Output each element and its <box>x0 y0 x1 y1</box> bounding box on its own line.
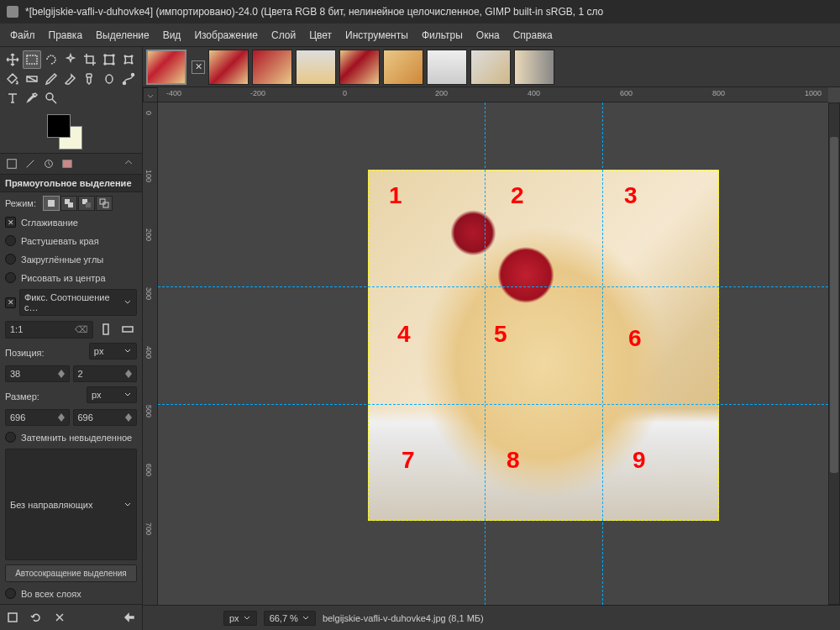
feather-check[interactable] <box>5 235 16 246</box>
menu-layer[interactable]: Слой <box>265 26 302 45</box>
text-tool[interactable] <box>3 89 22 108</box>
tab-history[interactable] <box>40 155 57 172</box>
ruler-vertical[interactable]: 0 100 200 300 400 500 600 700 <box>143 102 158 605</box>
image-tab[interactable] <box>514 50 554 85</box>
smudge-tool[interactable] <box>100 70 118 88</box>
guides-select[interactable]: Без направляющих <box>5 449 137 560</box>
mode-intersect[interactable] <box>96 196 113 211</box>
menu-help[interactable]: Справка <box>507 26 559 45</box>
transform-tool[interactable] <box>100 50 118 69</box>
portrait-icon[interactable] <box>97 320 115 339</box>
scrollbar-thumb[interactable] <box>830 137 838 473</box>
image-tab[interactable] <box>208 50 249 85</box>
mode-add[interactable] <box>60 196 77 211</box>
antialias-label: Сглаживание <box>21 218 78 228</box>
svg-rect-18 <box>86 202 91 207</box>
eraser-tool[interactable] <box>61 70 80 88</box>
size-h-input[interactable]: 696 <box>73 409 138 426</box>
status-zoom[interactable]: 66,7 % <box>264 611 316 626</box>
reset-icon[interactable] <box>120 608 139 627</box>
scrollbar-vertical[interactable] <box>828 102 840 605</box>
tool-options-title: Прямоугольное выделение <box>0 175 142 192</box>
autoshrink-button[interactable]: Автосокращение выделения <box>5 564 137 582</box>
pos-unit[interactable]: px <box>89 343 137 360</box>
svg-rect-1 <box>105 55 113 64</box>
svg-rect-22 <box>123 327 133 332</box>
ruler-horizontal[interactable]: -400 -200 0 200 400 600 800 1000 <box>158 87 828 102</box>
clone-tool[interactable] <box>81 70 99 88</box>
menu-filters[interactable]: Фильтры <box>415 26 470 45</box>
delete-preset-icon[interactable] <box>50 608 69 627</box>
all-layers-check[interactable] <box>5 588 16 599</box>
darken-check[interactable] <box>5 432 16 443</box>
image-tab[interactable] <box>383 50 423 85</box>
svg-point-8 <box>123 82 126 85</box>
menu-windows[interactable]: Окна <box>470 26 507 45</box>
save-preset-icon[interactable] <box>3 608 22 627</box>
svg-rect-23 <box>8 613 17 622</box>
mode-subtract[interactable] <box>78 196 95 211</box>
center-check[interactable] <box>5 272 16 283</box>
eyedropper-tool[interactable] <box>23 89 41 108</box>
options-footer <box>0 604 142 630</box>
pencil-tool[interactable] <box>42 70 60 88</box>
rect-select-tool[interactable] <box>23 50 41 69</box>
canvas-image[interactable] <box>368 170 719 521</box>
canvas-viewport[interactable]: 1 2 3 4 5 6 7 8 9 <box>158 102 828 605</box>
svg-point-10 <box>46 93 53 100</box>
bucket-tool[interactable] <box>3 70 22 88</box>
all-layers-label: Во всех слоях <box>21 589 81 599</box>
color-swatches[interactable] <box>0 111 142 153</box>
menu-file[interactable]: Файл <box>3 26 42 45</box>
canvas-area: ✕ -400 -200 0 200 400 600 800 1000 0 100… <box>143 47 840 630</box>
pos-y-input[interactable]: 2 <box>73 365 138 382</box>
fixed-check[interactable] <box>5 297 16 308</box>
image-tab[interactable] <box>146 50 186 85</box>
menu-select[interactable]: Выделение <box>89 26 156 45</box>
ratio-input[interactable]: 1:1⌫ <box>5 321 93 339</box>
image-tab[interactable] <box>296 50 336 85</box>
fixed-select[interactable]: Фикс. Соотношение с… <box>19 289 137 316</box>
gradient-tool[interactable] <box>23 70 41 88</box>
crop-tool[interactable] <box>81 50 99 69</box>
foreground-color[interactable] <box>47 114 71 138</box>
antialias-check[interactable] <box>5 217 16 228</box>
mode-replace[interactable] <box>43 196 60 211</box>
rounded-check[interactable] <box>5 254 16 265</box>
menu-edit[interactable]: Правка <box>42 26 90 45</box>
tab-image[interactable] <box>59 155 76 172</box>
close-tab-icon[interactable]: ✕ <box>192 60 205 74</box>
svg-rect-16 <box>68 202 73 207</box>
center-label: Рисовать из центра <box>21 273 106 283</box>
size-label: Размер: <box>5 391 39 402</box>
tab-device[interactable] <box>22 155 39 172</box>
size-unit[interactable]: px <box>87 386 137 403</box>
mode-label: Режим: <box>5 198 36 208</box>
status-unit[interactable]: px <box>223 611 257 626</box>
svg-rect-19 <box>100 199 105 204</box>
svg-rect-13 <box>63 160 72 168</box>
restore-preset-icon[interactable] <box>27 608 45 627</box>
pos-x-input[interactable]: 38 <box>5 365 70 382</box>
zoom-tool[interactable] <box>42 89 60 108</box>
warp-tool[interactable] <box>119 50 138 69</box>
image-tab[interactable] <box>339 50 380 85</box>
menu-image[interactable]: Изображение <box>187 26 265 45</box>
image-tab[interactable] <box>470 50 511 85</box>
ruler-origin[interactable] <box>143 87 158 102</box>
tab-menu-icon[interactable] <box>120 155 137 172</box>
tab-tool-options[interactable] <box>3 155 20 172</box>
image-tab[interactable] <box>252 50 292 85</box>
menu-view[interactable]: Вид <box>156 26 188 45</box>
statusbar: px 66,7 % belgijskie-vafli-v-duhovke4.jp… <box>143 605 840 630</box>
move-tool[interactable] <box>3 50 22 69</box>
path-tool[interactable] <box>119 70 138 88</box>
fuzzy-select-tool[interactable] <box>61 50 80 69</box>
menu-tools[interactable]: Инструменты <box>339 26 415 45</box>
darken-label: Затемнить невыделенное <box>21 433 132 443</box>
landscape-icon[interactable] <box>118 320 137 339</box>
menu-color[interactable]: Цвет <box>302 26 339 45</box>
free-select-tool[interactable] <box>42 50 60 69</box>
image-tab[interactable] <box>427 50 467 85</box>
size-w-input[interactable]: 696 <box>5 409 70 426</box>
